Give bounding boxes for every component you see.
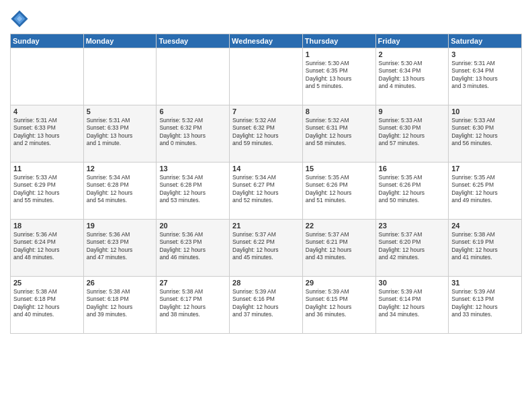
day-info: Sunrise: 5:33 AM Sunset: 6:29 PM Dayligh… xyxy=(13,174,81,205)
calendar-cell: 20Sunrise: 5:36 AM Sunset: 6:23 PM Dayli… xyxy=(157,220,230,277)
day-number: 19 xyxy=(87,222,154,230)
calendar-cell: 31Sunrise: 5:39 AM Sunset: 6:13 PM Dayli… xyxy=(449,277,522,334)
day-info: Sunrise: 5:30 AM Sunset: 6:35 PM Dayligh… xyxy=(306,60,373,91)
calendar-cell xyxy=(230,48,303,105)
day-number: 12 xyxy=(87,165,154,173)
col-header-wednesday: Wednesday xyxy=(230,34,303,48)
calendar-cell: 8Sunrise: 5:32 AM Sunset: 6:31 PM Daylig… xyxy=(302,105,375,163)
day-number: 1 xyxy=(306,50,373,58)
col-header-tuesday: Tuesday xyxy=(157,34,230,48)
day-info: Sunrise: 5:39 AM Sunset: 6:16 PM Dayligh… xyxy=(232,288,300,319)
calendar-cell xyxy=(11,48,84,105)
calendar-cell: 29Sunrise: 5:39 AM Sunset: 6:15 PM Dayli… xyxy=(302,277,375,334)
day-number: 18 xyxy=(13,222,81,230)
day-number: 28 xyxy=(232,279,300,287)
calendar-week-row: 11Sunrise: 5:33 AM Sunset: 6:29 PM Dayli… xyxy=(11,163,522,220)
calendar: SundayMondayTuesdayWednesdayThursdayFrid… xyxy=(10,34,522,334)
calendar-cell: 12Sunrise: 5:34 AM Sunset: 6:28 PM Dayli… xyxy=(83,163,157,220)
calendar-cell: 4Sunrise: 5:31 AM Sunset: 6:33 PM Daylig… xyxy=(11,105,84,163)
day-info: Sunrise: 5:38 AM Sunset: 6:18 PM Dayligh… xyxy=(13,288,81,319)
calendar-cell: 25Sunrise: 5:38 AM Sunset: 6:18 PM Dayli… xyxy=(11,277,84,334)
day-number: 8 xyxy=(306,107,373,116)
day-info: Sunrise: 5:38 AM Sunset: 6:18 PM Dayligh… xyxy=(87,288,154,319)
day-info: Sunrise: 5:37 AM Sunset: 6:20 PM Dayligh… xyxy=(379,231,446,262)
col-header-sunday: Sunday xyxy=(11,34,84,48)
day-number: 21 xyxy=(232,222,300,230)
day-number: 26 xyxy=(87,279,154,287)
day-number: 20 xyxy=(159,222,226,230)
day-info: Sunrise: 5:37 AM Sunset: 6:21 PM Dayligh… xyxy=(306,231,373,262)
calendar-cell: 11Sunrise: 5:33 AM Sunset: 6:29 PM Dayli… xyxy=(11,163,84,220)
col-header-friday: Friday xyxy=(375,34,449,48)
day-info: Sunrise: 5:31 AM Sunset: 6:33 PM Dayligh… xyxy=(87,117,154,148)
day-number: 15 xyxy=(306,165,373,173)
calendar-week-row: 25Sunrise: 5:38 AM Sunset: 6:18 PM Dayli… xyxy=(11,277,522,334)
day-info: Sunrise: 5:32 AM Sunset: 6:32 PM Dayligh… xyxy=(232,117,300,148)
day-number: 14 xyxy=(232,165,300,173)
day-info: Sunrise: 5:36 AM Sunset: 6:23 PM Dayligh… xyxy=(87,231,154,262)
calendar-week-row: 1Sunrise: 5:30 AM Sunset: 6:35 PM Daylig… xyxy=(11,48,522,105)
day-info: Sunrise: 5:39 AM Sunset: 6:13 PM Dayligh… xyxy=(451,288,519,319)
day-info: Sunrise: 5:35 AM Sunset: 6:26 PM Dayligh… xyxy=(306,174,373,205)
calendar-cell: 16Sunrise: 5:35 AM Sunset: 6:26 PM Dayli… xyxy=(375,163,449,220)
calendar-cell: 1Sunrise: 5:30 AM Sunset: 6:35 PM Daylig… xyxy=(302,48,375,105)
day-number: 25 xyxy=(13,279,81,287)
day-number: 2 xyxy=(379,50,446,58)
day-number: 3 xyxy=(451,50,519,58)
calendar-cell: 3Sunrise: 5:31 AM Sunset: 6:34 PM Daylig… xyxy=(449,48,522,105)
day-number: 16 xyxy=(379,165,446,173)
day-info: Sunrise: 5:36 AM Sunset: 6:24 PM Dayligh… xyxy=(13,231,81,262)
calendar-cell: 7Sunrise: 5:32 AM Sunset: 6:32 PM Daylig… xyxy=(230,105,303,163)
calendar-cell: 21Sunrise: 5:37 AM Sunset: 6:22 PM Dayli… xyxy=(230,220,303,277)
col-header-monday: Monday xyxy=(83,34,157,48)
calendar-cell: 13Sunrise: 5:34 AM Sunset: 6:28 PM Dayli… xyxy=(157,163,230,220)
calendar-cell: 19Sunrise: 5:36 AM Sunset: 6:23 PM Dayli… xyxy=(83,220,157,277)
day-number: 17 xyxy=(451,165,519,173)
calendar-cell: 5Sunrise: 5:31 AM Sunset: 6:33 PM Daylig… xyxy=(83,105,157,163)
day-info: Sunrise: 5:30 AM Sunset: 6:34 PM Dayligh… xyxy=(379,60,446,91)
col-header-thursday: Thursday xyxy=(302,34,375,48)
logo-icon xyxy=(10,9,29,28)
day-info: Sunrise: 5:39 AM Sunset: 6:14 PM Dayligh… xyxy=(379,288,446,319)
day-info: Sunrise: 5:35 AM Sunset: 6:25 PM Dayligh… xyxy=(451,174,519,205)
calendar-cell: 30Sunrise: 5:39 AM Sunset: 6:14 PM Dayli… xyxy=(375,277,449,334)
day-info: Sunrise: 5:32 AM Sunset: 6:32 PM Dayligh… xyxy=(159,117,226,148)
logo xyxy=(10,9,32,28)
day-info: Sunrise: 5:36 AM Sunset: 6:23 PM Dayligh… xyxy=(159,231,226,262)
calendar-cell xyxy=(157,48,230,105)
calendar-cell: 9Sunrise: 5:33 AM Sunset: 6:30 PM Daylig… xyxy=(375,105,449,163)
day-info: Sunrise: 5:32 AM Sunset: 6:31 PM Dayligh… xyxy=(306,117,373,148)
day-number: 9 xyxy=(379,107,446,116)
day-info: Sunrise: 5:33 AM Sunset: 6:30 PM Dayligh… xyxy=(379,117,446,148)
day-info: Sunrise: 5:34 AM Sunset: 6:28 PM Dayligh… xyxy=(159,174,226,205)
calendar-cell: 23Sunrise: 5:37 AM Sunset: 6:20 PM Dayli… xyxy=(375,220,449,277)
day-number: 22 xyxy=(306,222,373,230)
day-number: 5 xyxy=(87,107,154,116)
calendar-cell: 10Sunrise: 5:33 AM Sunset: 6:30 PM Dayli… xyxy=(449,105,522,163)
calendar-cell: 17Sunrise: 5:35 AM Sunset: 6:25 PM Dayli… xyxy=(449,163,522,220)
col-header-saturday: Saturday xyxy=(449,34,522,48)
day-number: 10 xyxy=(451,107,519,116)
day-info: Sunrise: 5:38 AM Sunset: 6:19 PM Dayligh… xyxy=(451,231,519,262)
calendar-cell: 6Sunrise: 5:32 AM Sunset: 6:32 PM Daylig… xyxy=(157,105,230,163)
day-number: 24 xyxy=(451,222,519,230)
day-info: Sunrise: 5:33 AM Sunset: 6:30 PM Dayligh… xyxy=(451,117,519,148)
calendar-cell: 24Sunrise: 5:38 AM Sunset: 6:19 PM Dayli… xyxy=(449,220,522,277)
day-info: Sunrise: 5:31 AM Sunset: 6:33 PM Dayligh… xyxy=(13,117,81,148)
day-info: Sunrise: 5:38 AM Sunset: 6:17 PM Dayligh… xyxy=(159,288,226,319)
day-info: Sunrise: 5:34 AM Sunset: 6:27 PM Dayligh… xyxy=(232,174,300,205)
calendar-cell: 15Sunrise: 5:35 AM Sunset: 6:26 PM Dayli… xyxy=(302,163,375,220)
day-info: Sunrise: 5:39 AM Sunset: 6:15 PM Dayligh… xyxy=(306,288,373,319)
header xyxy=(10,7,522,28)
day-number: 4 xyxy=(13,107,81,116)
day-info: Sunrise: 5:34 AM Sunset: 6:28 PM Dayligh… xyxy=(87,174,154,205)
day-number: 29 xyxy=(306,279,373,287)
calendar-cell: 28Sunrise: 5:39 AM Sunset: 6:16 PM Dayli… xyxy=(230,277,303,334)
day-number: 27 xyxy=(159,279,226,287)
day-number: 23 xyxy=(379,222,446,230)
calendar-cell xyxy=(83,48,157,105)
day-info: Sunrise: 5:31 AM Sunset: 6:34 PM Dayligh… xyxy=(451,60,519,91)
day-number: 30 xyxy=(379,279,446,287)
calendar-header-row: SundayMondayTuesdayWednesdayThursdayFrid… xyxy=(11,34,522,48)
day-number: 6 xyxy=(159,107,226,116)
